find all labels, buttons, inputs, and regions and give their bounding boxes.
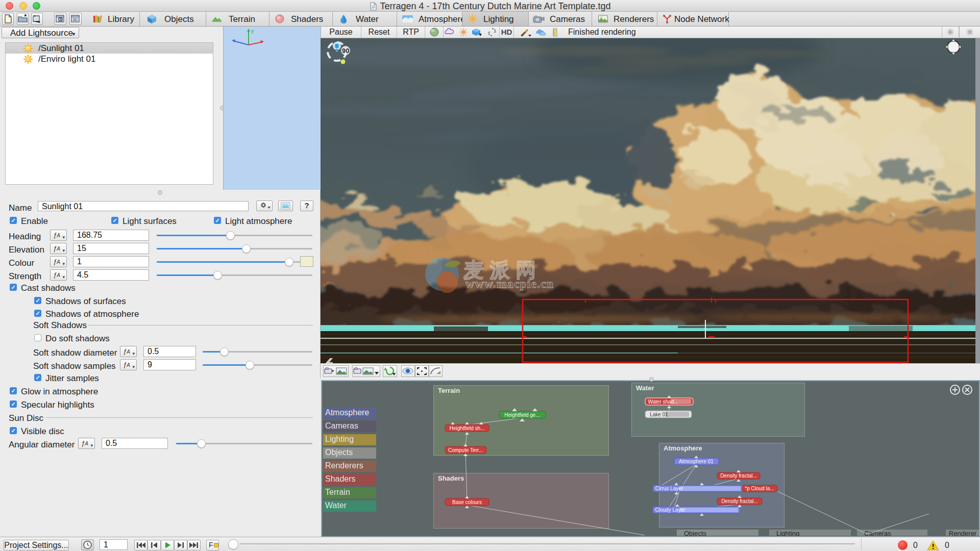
svg-text:Density fractal...: Density fractal... <box>721 498 758 504</box>
svg-text:Heightfield ge...: Heightfield ge... <box>504 412 540 418</box>
svg-text:R: R <box>60 18 62 21</box>
svg-text:Density fractal...: Density fractal... <box>720 473 757 479</box>
svg-text:Compute Terr...: Compute Terr... <box>448 447 483 453</box>
svg-text:Cirrus Layer: Cirrus Layer <box>655 486 683 491</box>
svg-text:3D: 3D <box>72 17 78 22</box>
svg-text:Atmosphere 01: Atmosphere 01 <box>679 459 714 464</box>
svg-text:www.macpie.cn: www.macpie.cn <box>465 277 554 290</box>
svg-text:Lake 01: Lake 01 <box>650 412 668 417</box>
svg-text:y: y <box>251 28 254 34</box>
svg-text:Water shad...: Water shad... <box>648 399 678 405</box>
svg-text:Base colours: Base colours <box>452 499 482 505</box>
svg-text:Cloudy Layer: Cloudy Layer <box>655 507 686 513</box>
svg-text:*p Cloud la...: *p Cloud la... <box>745 486 774 491</box>
svg-text:Heightfield sh...: Heightfield sh... <box>450 425 485 431</box>
svg-text:90: 90 <box>342 47 349 55</box>
